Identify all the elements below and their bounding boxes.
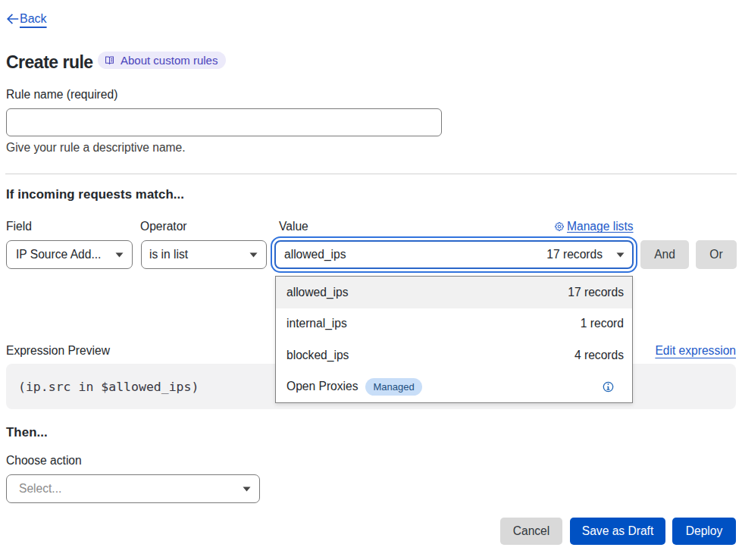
managed-badge: Managed: [365, 378, 421, 396]
dropdown-item-allowed-ips[interactable]: allowed_ips 17 records: [276, 277, 632, 308]
operator-select[interactable]: is in list: [141, 240, 267, 269]
chevron-down-icon: [115, 252, 124, 258]
save-as-draft-button[interactable]: Save as Draft: [570, 518, 665, 545]
back-label: Back: [20, 12, 47, 26]
about-button-label: About custom rules: [121, 54, 218, 67]
book-icon: [105, 55, 114, 65]
expression-code: (ip.src in $allowed_ips): [18, 380, 199, 394]
list-name: Open Proxies: [286, 380, 358, 393]
operator-select-value: is in list: [149, 248, 188, 261]
action-select[interactable]: Select...: [6, 474, 260, 503]
chevron-down-icon: [243, 486, 251, 492]
list-name: blocked_ips: [286, 349, 349, 362]
page-title: Create rule: [6, 52, 93, 73]
list-records: 1 record: [581, 317, 624, 330]
page-header: Create rule About custom rules: [6, 52, 93, 73]
field-select[interactable]: IP Source Add...: [6, 240, 133, 269]
expression-preview-label: Expression Preview: [6, 344, 110, 358]
and-button[interactable]: And: [640, 240, 689, 269]
value-select[interactable]: allowed_ips 17 records: [274, 240, 634, 269]
rule-name-helper: Give your rule a descriptive name.: [6, 141, 186, 155]
value-select-name: allowed_ips: [284, 248, 346, 261]
list-records: 17 records: [568, 286, 624, 299]
then-section-heading: Then...: [6, 425, 48, 440]
list-records: 4 records: [575, 349, 624, 362]
choose-action-label: Choose action: [6, 454, 82, 468]
manage-lists-link[interactable]: Manage lists: [555, 220, 634, 233]
field-label: Field: [6, 220, 32, 233]
value-dropdown-list: allowed_ips 17 records internal_ips 1 re…: [275, 276, 633, 403]
edit-expression-link[interactable]: Edit expression: [655, 344, 736, 358]
list-name: allowed_ips: [286, 286, 349, 299]
value-label: Value: [279, 220, 308, 233]
back-link[interactable]: Back: [6, 12, 47, 26]
operator-label: Operator: [140, 220, 187, 233]
or-button[interactable]: Or: [696, 240, 737, 269]
deploy-button[interactable]: Deploy: [672, 518, 736, 545]
manage-lists-label: Manage lists: [567, 220, 634, 233]
chevron-down-icon: [616, 252, 625, 258]
section-divider: [5, 174, 737, 174]
list-name: internal_ips: [286, 317, 347, 330]
dropdown-item-open-proxies[interactable]: Open Proxies Managed: [276, 371, 632, 403]
cancel-button[interactable]: Cancel: [500, 518, 562, 545]
info-icon[interactable]: [603, 381, 614, 393]
dropdown-item-internal-ips[interactable]: internal_ips 1 record: [276, 308, 632, 340]
match-section-heading: If incoming requests match...: [6, 187, 184, 202]
rule-name-label: Rule name (required): [6, 88, 117, 102]
chevron-down-icon: [249, 252, 258, 258]
value-select-records: 17 records: [546, 248, 603, 261]
dropdown-item-blocked-ips[interactable]: blocked_ips 4 records: [276, 339, 632, 371]
field-select-value: IP Source Add...: [16, 248, 101, 261]
back-arrow-icon: [6, 13, 19, 25]
action-select-placeholder: Select...: [19, 482, 61, 496]
about-custom-rules-button[interactable]: About custom rules: [98, 52, 226, 69]
gear-icon: [555, 222, 564, 231]
rule-name-input[interactable]: [6, 108, 442, 136]
